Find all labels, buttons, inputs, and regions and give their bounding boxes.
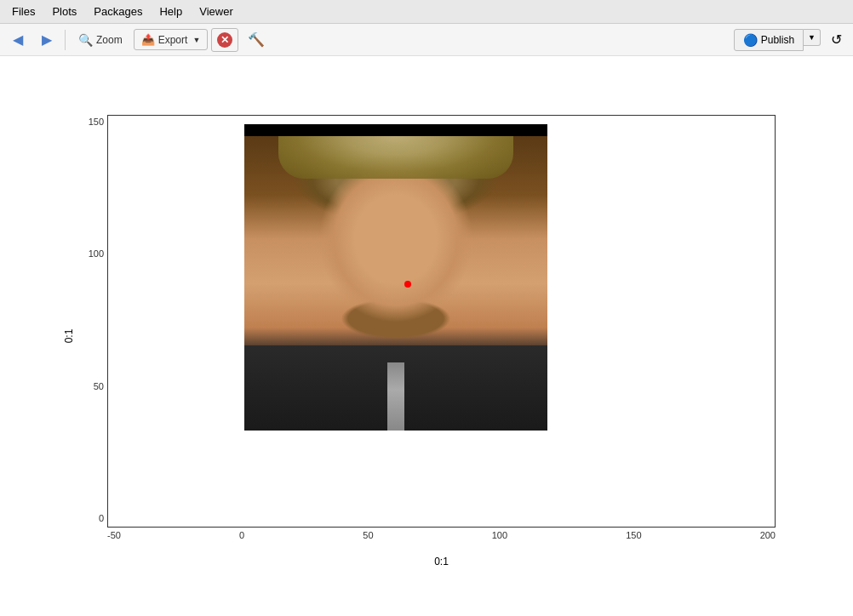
image-black-bar [244, 124, 547, 136]
zoom-icon: 🔍 [78, 33, 93, 47]
publish-icon: 🔵 [743, 33, 758, 47]
separator-1 [65, 30, 66, 50]
publish-group: 🔵 Publish ▼ [734, 29, 821, 51]
broom-icon: 🔨 [248, 31, 265, 48]
back-icon: ◀ [13, 31, 23, 48]
publish-chevron-icon: ▼ [808, 33, 816, 42]
x-tick-50: 50 [363, 530, 373, 540]
x-tick-0: 0 [239, 530, 244, 540]
menu-help[interactable]: Help [151, 3, 191, 20]
menu-plots[interactable]: Plots [43, 3, 85, 20]
x-tick-100: 100 [492, 530, 507, 540]
x-axis-label: 0:1 [107, 556, 776, 568]
zoom-label: Zoom [96, 34, 123, 46]
refresh-icon: ↺ [831, 31, 842, 48]
plot-image [244, 124, 547, 431]
tie [387, 362, 404, 431]
export-button[interactable]: 📤 Export ▼ [134, 29, 209, 50]
publish-button[interactable]: 🔵 Publish [734, 29, 804, 51]
main-content: 0:1 150 100 50 0 [0, 56, 853, 616]
plot-container: 0:1 150 100 50 0 [60, 98, 793, 574]
x-tick-n50: -50 [107, 530, 121, 540]
export-icon: 📤 [141, 33, 155, 46]
menu-files[interactable]: Files [3, 3, 43, 20]
y-axis-label: 0:1 [63, 329, 75, 344]
forward-icon: ▶ [42, 31, 52, 48]
clear-icon: ✕ [217, 32, 232, 48]
export-label: Export [158, 34, 188, 46]
refresh-button[interactable]: ↺ [824, 28, 848, 52]
zoom-button[interactable]: 🔍 Zoom [71, 29, 130, 51]
plot-box [107, 115, 776, 528]
red-dot [404, 281, 411, 288]
forward-button[interactable]: ▶ [34, 27, 60, 52]
toolbar: ◀ ▶ 🔍 Zoom 📤 Export ▼ ✕ 🔨 🔵 Publish ▼ ↺ [0, 24, 853, 56]
menu-packages[interactable]: Packages [85, 3, 151, 20]
y-tick-150: 150 [89, 117, 104, 127]
y-tick-50: 50 [94, 381, 104, 391]
y-tick-100: 100 [89, 248, 104, 259]
image-face-area [244, 136, 547, 431]
broom-button[interactable]: 🔨 [242, 27, 271, 52]
x-axis-ticks: -50 0 50 100 150 200 [107, 530, 776, 547]
x-tick-150: 150 [626, 530, 641, 540]
menu-bar: Files Plots Packages Help Viewer [0, 0, 853, 24]
clear-button[interactable]: ✕ [211, 28, 238, 52]
export-dropdown-icon: ▼ [192, 36, 200, 44]
publish-label: Publish [761, 34, 794, 46]
menu-viewer[interactable]: Viewer [191, 3, 242, 20]
publish-dropdown-button[interactable]: ▼ [804, 29, 821, 46]
y-tick-0: 0 [99, 513, 104, 523]
hair [278, 136, 513, 179]
y-axis-ticks: 150 100 50 0 [77, 117, 107, 523]
x-tick-200: 200 [760, 530, 776, 540]
back-button[interactable]: ◀ [5, 27, 31, 52]
